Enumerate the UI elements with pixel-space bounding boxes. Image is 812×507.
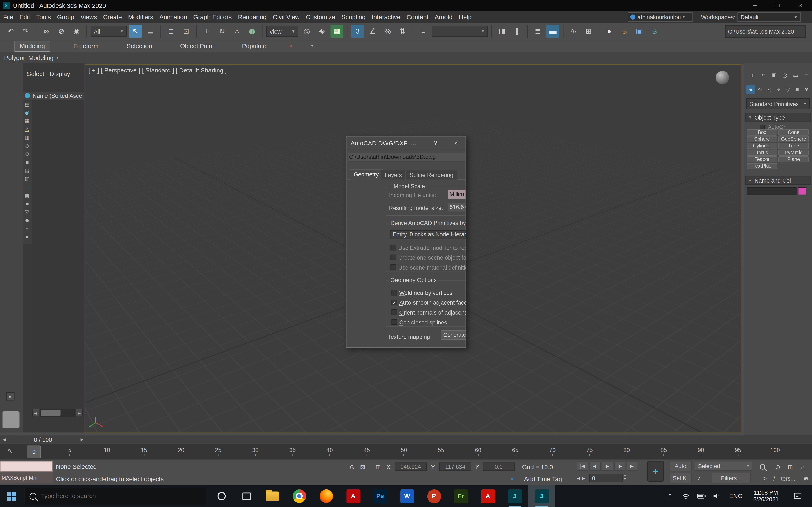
next-frame-button[interactable]: |▶: [614, 461, 625, 471]
resulting-size-value[interactable]: 616.67: [448, 203, 466, 212]
key-selection-dropdown[interactable]: Selected ▼: [695, 461, 753, 471]
language-indicator[interactable]: ENG: [727, 485, 745, 507]
menu-interactive[interactable]: Interactive: [368, 11, 403, 23]
menu-animation[interactable]: Animation: [156, 11, 190, 23]
taskbar-file-explorer[interactable]: [259, 485, 286, 507]
autogrid-checkbox[interactable]: [760, 125, 765, 130]
select-by-name-icon[interactable]: ▤: [144, 25, 157, 38]
ribbon-tab-object-paint[interactable]: Object Paint: [175, 41, 219, 51]
use-extrude-checkbox[interactable]: [391, 245, 396, 250]
action-center-button[interactable]: [789, 485, 807, 507]
network-icon[interactable]: [678, 485, 693, 507]
taskbar-3dsmax-2-active[interactable]: 3: [528, 485, 555, 507]
dialog-file-path-field[interactable]: C:\Users\athin\Downloads\3D.dwg: [348, 153, 465, 161]
explorer-select-menu[interactable]: Select: [27, 69, 44, 78]
filter-materials-icon[interactable]: ▩: [23, 191, 32, 200]
pyramid-button[interactable]: Pyramid: [778, 150, 809, 156]
textplus-button[interactable]: TextPlus: [747, 163, 777, 169]
z-coordinate-field[interactable]: 0.0: [483, 462, 515, 471]
mini-curve-editor-icon[interactable]: ∿: [7, 446, 13, 455]
incoming-units-dropdown[interactable]: Millim: [448, 190, 466, 199]
taskbar-framemaker[interactable]: Fr: [448, 485, 474, 507]
menu-tools[interactable]: Tools: [33, 11, 54, 23]
menu-scripting[interactable]: Scripting: [338, 11, 369, 23]
object-name-field[interactable]: [747, 187, 796, 195]
viewcube[interactable]: [716, 71, 729, 84]
key-filters-icon[interactable]: ♪: [695, 473, 703, 483]
filter-helpers-icon[interactable]: ◇: [23, 142, 32, 150]
create-tab-icon[interactable]: +: [747, 70, 757, 80]
edit-named-selection-sets-icon[interactable]: ≡: [417, 25, 430, 38]
start-button[interactable]: [0, 485, 23, 507]
spacewarps-category-icon[interactable]: ≋: [793, 85, 802, 94]
filter-cameras-icon[interactable]: ▥: [23, 133, 32, 142]
name-color-rollout[interactable]: ▼ Name and Col: [745, 176, 811, 185]
viewport-label[interactable]: [ + ] [ Perspective ] [ Standard ] [ Def…: [89, 67, 227, 74]
percent-snap-icon[interactable]: %: [381, 25, 394, 38]
menu-content[interactable]: Content: [403, 11, 432, 23]
maximize-button[interactable]: □: [766, 0, 789, 11]
auto-key-button[interactable]: Auto: [669, 461, 692, 471]
taskbar-acrobat[interactable]: A: [340, 485, 367, 507]
use-pivot-center-icon[interactable]: ◎: [300, 25, 313, 38]
previous-frame-button[interactable]: ◀|: [589, 461, 601, 471]
battery-icon[interactable]: [694, 485, 709, 507]
teapot-button[interactable]: Teapot: [747, 156, 777, 162]
select-and-move-icon[interactable]: +: [200, 25, 213, 38]
pan-icon[interactable]: ≋: [801, 473, 811, 484]
display-tab-icon[interactable]: ▭: [791, 70, 801, 80]
sphere-button[interactable]: Sphere: [747, 136, 777, 142]
motion-tab-icon[interactable]: ◎: [780, 70, 790, 80]
menu-arnold[interactable]: Arnold: [432, 11, 456, 23]
polygon-modeling-panel-tab[interactable]: Polygon Modeling: [4, 54, 54, 61]
filter-hidden-icon[interactable]: ●: [23, 233, 32, 241]
reference-coordinate-dropdown[interactable]: View ▼: [266, 26, 298, 37]
systems-category-icon[interactable]: ⊕: [802, 85, 811, 94]
search-icon[interactable]: [759, 463, 767, 472]
material-editor-icon[interactable]: ●: [603, 25, 616, 38]
ribbon-tab-populate[interactable]: Populate: [237, 41, 271, 51]
select-and-place-icon[interactable]: ◍: [246, 25, 258, 38]
explorer-scrollbar[interactable]: [40, 409, 75, 417]
x-coordinate-field[interactable]: 146.924: [395, 462, 427, 471]
menu-civil-view[interactable]: Civil View: [270, 11, 303, 23]
tray-expand-button[interactable]: ^: [663, 485, 677, 507]
viewport-layout-tab-button[interactable]: [2, 411, 20, 428]
ribbon-tab-selection[interactable]: Selection: [122, 41, 157, 51]
window-crossing-icon[interactable]: ⊡: [180, 25, 193, 38]
tube-button[interactable]: Tube: [778, 143, 809, 149]
workspace-dropdown[interactable]: Default ▼: [738, 12, 801, 22]
one-scene-object-checkbox[interactable]: [391, 255, 396, 260]
toggle-ribbon-icon[interactable]: ▬: [546, 25, 559, 38]
named-selection-dropdown[interactable]: ▼: [432, 26, 488, 37]
volume-icon[interactable]: [709, 485, 724, 507]
taskbar-firefox[interactable]: [313, 485, 340, 507]
selection-filter-dropdown[interactable]: All ▼: [91, 26, 127, 37]
curve-editor-icon[interactable]: ∿: [567, 25, 580, 38]
object-color-swatch[interactable]: [798, 187, 806, 195]
cap-splines-checkbox[interactable]: [392, 319, 397, 325]
menu-rendering[interactable]: Rendering: [235, 11, 270, 23]
track-bar[interactable]: ◀ 0 / 100 ▶: [0, 435, 812, 444]
rectangular-selection-icon[interactable]: □: [165, 25, 177, 38]
filter-display-all-icon[interactable]: ▤: [23, 100, 32, 109]
geosphere-button[interactable]: GeoSphere: [778, 136, 809, 142]
key-filters-button[interactable]: Filters...: [712, 473, 751, 483]
menu-edit[interactable]: Edit: [16, 11, 33, 23]
select-and-link-icon[interactable]: ∞: [40, 25, 53, 38]
generate-button[interactable]: Generate...: [441, 330, 466, 340]
primitive-category-dropdown[interactable]: Standard Primitives ▼: [746, 98, 810, 109]
filter-objects-icon[interactable]: ▽: [23, 208, 32, 216]
spinner-snap-icon[interactable]: ⇅: [396, 25, 409, 38]
zoom-all-icon[interactable]: ⊞: [785, 462, 796, 472]
filter-frozen-icon[interactable]: ▫: [23, 225, 32, 233]
filter-xrefs-icon[interactable]: ▨: [23, 167, 32, 175]
derive-mode-dropdown[interactable]: Entity, Blocks as Node Hierarc: [390, 230, 466, 239]
filter-bones-icon[interactable]: ▧: [23, 175, 32, 183]
maxscript-mini-listener[interactable]: MAXScript Min: [0, 472, 53, 483]
clipped-filters-button[interactable]: ters...: [781, 475, 801, 482]
frame-spin-down-icon[interactable]: ▼: [623, 477, 627, 481]
y-coordinate-field[interactable]: 117.634: [439, 462, 471, 471]
add-time-tag[interactable]: Add Time Tag: [524, 475, 562, 483]
explorer-scroll-thumb[interactable]: [41, 410, 60, 416]
